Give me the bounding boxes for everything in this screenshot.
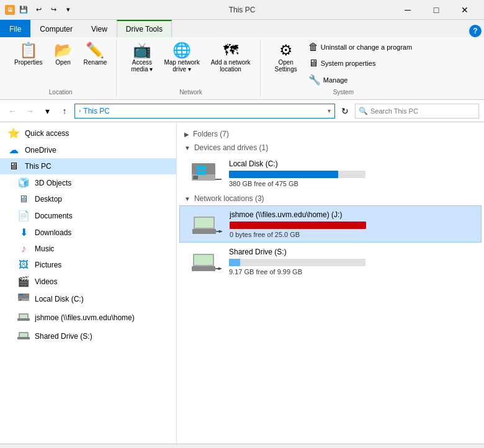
music-label: Music (35, 244, 54, 253)
undo-qat-button[interactable]: ↩ (32, 4, 45, 16)
local-disk-name: Local Disk (C:) (229, 159, 469, 168)
sidebar-item-3d-objects[interactable]: 🧊 3D Objects (0, 174, 176, 191)
uninstall-icon: 🗑 (308, 42, 318, 53)
sidebar-item-local-disk[interactable]: Local Disk (C:) (0, 290, 176, 308)
add-network-location-button[interactable]: 🗺 Add a networklocation (207, 40, 255, 76)
map-network-drive-button[interactable]: 🌐 Map networkdrive ▾ (159, 40, 204, 76)
rename-button[interactable]: ✏️ Rename (79, 40, 112, 69)
properties-button[interactable]: 📋 Properties (10, 40, 47, 69)
help-button[interactable]: ? (469, 25, 482, 37)
address-crumb-this-pc[interactable]: This PC (83, 107, 110, 115)
svg-rect-25 (192, 266, 215, 271)
system-properties-button[interactable]: 🖥 System properties (304, 56, 416, 71)
network-group-label: Network (179, 89, 202, 97)
svg-rect-2 (19, 299, 22, 300)
svg-rect-15 (197, 171, 201, 175)
address-box[interactable]: › This PC ▾ (74, 104, 335, 119)
jshmoe-network-item[interactable]: jshmoe (\\files.uvm.edu\home) (J:) 0 byt… (179, 205, 482, 243)
refresh-button[interactable]: ↻ (338, 104, 352, 119)
shared-drive-item[interactable]: Shared Drive (S:) 9.17 GB free of 9.99 G… (177, 243, 484, 280)
svg-rect-12 (193, 176, 198, 179)
downloads-label: Downloads (35, 228, 71, 237)
shared-drive-drive-icon (192, 246, 222, 276)
jshmoe-label: jshmoe (\\files.uvm.edu\home) (35, 313, 135, 322)
3d-objects-label: 3D Objects (35, 179, 71, 187)
sidebar-item-quick-access[interactable]: ⭐ Quick access (0, 125, 176, 141)
search-input[interactable] (355, 104, 479, 119)
access-media-label: Accessmedia ▾ (131, 59, 153, 73)
jshmoe-network-info: jshmoe (\\files.uvm.edu\home) (J:) 0 byt… (230, 210, 468, 238)
quick-access-label: Quick access (25, 129, 69, 138)
svg-rect-19 (195, 218, 213, 228)
folders-section-header[interactable]: ▶ Folders (7) (177, 127, 484, 141)
svg-rect-8 (20, 333, 27, 337)
sidebar-item-downloads[interactable]: ⬇ Downloads (0, 224, 176, 241)
uninstall-button[interactable]: 🗑 Uninstall or change a program (304, 40, 416, 55)
qat-dropdown-button[interactable]: ▾ (62, 4, 74, 16)
sidebar-item-pictures[interactable]: 🖼 Pictures (0, 257, 176, 273)
svg-rect-16 (202, 171, 206, 175)
devices-chevron: ▼ (184, 145, 190, 151)
sidebar-item-this-pc[interactable]: 🖥 This PC (0, 158, 176, 174)
ribbon-group-system: ⚙ OpenSettings 🗑 Uninstall or change a p… (266, 40, 422, 97)
sidebar-item-jshmoe[interactable]: jshmoe (\\files.uvm.edu\home) (0, 308, 176, 327)
properties-label: Properties (14, 59, 43, 66)
sidebar-item-onedrive[interactable]: ☁ OneDrive (0, 141, 176, 158)
local-disk-icon (17, 292, 30, 306)
access-media-icon: 📺 (133, 43, 151, 58)
content-area: ▶ Folders (7) ▼ Devices and drives (1) (177, 122, 484, 444)
svg-rect-5 (20, 315, 27, 318)
access-media-button[interactable]: 📺 Accessmedia ▾ (127, 40, 157, 76)
recent-locations-button[interactable]: ▾ (40, 104, 55, 119)
up-button[interactable]: ↑ (57, 104, 72, 119)
manage-button[interactable]: 🔧 Manage (304, 72, 416, 87)
sidebar-item-desktop[interactable]: 🖥 Desktop (0, 191, 176, 207)
tab-file[interactable]: File (0, 20, 30, 37)
folders-section-title: Folders (7) (193, 130, 229, 138)
network-section-header[interactable]: ▼ Network locations (3) (177, 192, 484, 205)
redo-qat-button[interactable]: ↪ (47, 4, 60, 16)
jshmoe-icon (17, 311, 30, 325)
pictures-label: Pictures (35, 261, 61, 269)
settings-label: OpenSettings (275, 59, 297, 73)
devices-section-header[interactable]: ▼ Devices and drives (1) (177, 141, 484, 155)
sidebar-item-documents[interactable]: 📄 Documents (0, 207, 176, 224)
music-icon: ♪ (17, 243, 30, 254)
local-disk-bar-bg (229, 171, 365, 178)
ribbon-tabs: File Computer View Drive Tools ? (0, 20, 484, 37)
videos-label: Videos (35, 277, 57, 286)
sidebar-item-videos[interactable]: 🎬 Videos (0, 273, 176, 290)
system-props-label: System properties (321, 60, 376, 67)
status-bar: 11 items 1 item selected ⊞ ☰ (0, 444, 484, 448)
tab-drive-tools[interactable]: Drive Tools (117, 20, 172, 38)
close-button[interactable]: ✕ (450, 0, 479, 20)
sidebar-item-shared-drive[interactable]: Shared Drive (S:) (0, 327, 176, 346)
onedrive-icon: ☁ (7, 144, 20, 156)
jshmoe-free: 0 bytes free of 25.0 GB (230, 231, 468, 238)
back-button[interactable]: ← (5, 104, 20, 119)
documents-label: Documents (35, 212, 73, 220)
3d-objects-icon: 🧊 (17, 177, 30, 189)
local-disk-item[interactable]: Local Disk (C:) 380 GB free of 475 GB (177, 155, 484, 192)
search-wrapper: 🔍 (355, 104, 479, 119)
jshmoe-network-name: jshmoe (\\files.uvm.edu\home) (J:) (230, 210, 468, 219)
minimize-button[interactable]: ─ (393, 0, 422, 20)
videos-icon: 🎬 (17, 276, 30, 287)
shared-drive-name: Shared Drive (S:) (229, 248, 469, 256)
tab-view[interactable]: View (82, 20, 117, 37)
map-network-label: Map networkdrive ▾ (164, 59, 199, 73)
sidebar-item-music[interactable]: ♪ Music (0, 241, 176, 257)
forward-button[interactable]: → (22, 104, 37, 119)
maximize-button[interactable]: □ (422, 0, 450, 20)
svg-rect-20 (192, 229, 216, 234)
svg-point-27 (218, 267, 220, 270)
ribbon-content: 📋 Properties 📂 Open ✏️ Rename Location 📺 (0, 37, 484, 99)
downloads-icon: ⬇ (17, 226, 30, 238)
address-dropdown-arrow[interactable]: ▾ (328, 107, 331, 114)
open-button[interactable]: 📂 Open (50, 40, 77, 69)
window-controls: ─ □ ✕ (393, 0, 479, 20)
save-qat-button[interactable]: 💾 (17, 4, 30, 16)
open-settings-button[interactable]: ⚙ OpenSettings (271, 40, 302, 76)
ribbon-group-network: 📺 Accessmedia ▾ 🌐 Map networkdrive ▾ 🗺 A… (122, 40, 260, 97)
tab-computer[interactable]: Computer (30, 20, 82, 37)
